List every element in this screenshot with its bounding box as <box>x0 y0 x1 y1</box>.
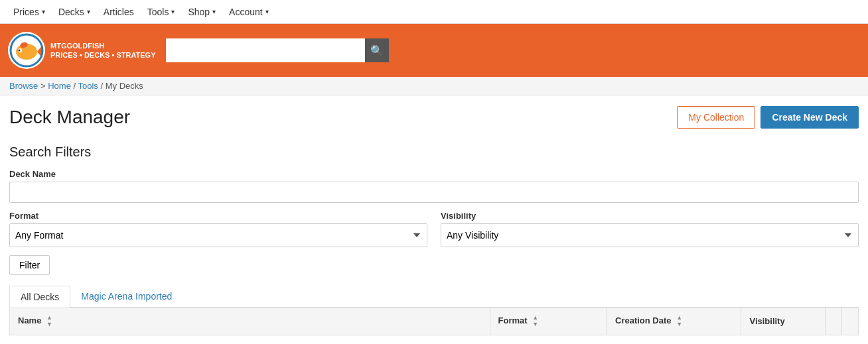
nav-prices[interactable]: Prices ▾ <box>7 0 52 24</box>
nav-account[interactable]: Account ▾ <box>222 0 275 24</box>
deck-name-input[interactable] <box>9 182 859 203</box>
logo-text: MTGGOLDFISH PRICES • DECKS • STRATEGY <box>50 41 155 60</box>
breadcrumb-home[interactable]: Home <box>48 81 71 91</box>
tools-chevron-icon: ▾ <box>171 0 175 24</box>
search-input[interactable] <box>166 38 365 62</box>
table-header-row: Name ▲▼ Format ▲▼ Creation Date ▲▼ <box>10 308 859 335</box>
visibility-label: Visibility <box>441 211 859 221</box>
prices-chevron-icon: ▾ <box>42 0 45 24</box>
th-creation-date[interactable]: Creation Date ▲▼ <box>607 308 741 335</box>
tabs: All Decks Magic Arena Imported <box>9 286 859 308</box>
tab-all-decks[interactable]: All Decks <box>9 286 70 308</box>
format-label: Format <box>9 211 427 221</box>
th-format[interactable]: Format ▲▼ <box>490 308 607 335</box>
th-name[interactable]: Name ▲▼ <box>10 308 490 335</box>
deck-name-label: Deck Name <box>9 169 859 179</box>
top-nav: Prices ▾ Decks ▾ Articles Tools ▾ Shop ▾… <box>0 0 868 24</box>
visibility-col: Visibility Any VisibilityPublicPrivate <box>441 211 859 247</box>
nav-shop[interactable]: Shop ▾ <box>181 0 222 24</box>
svg-point-5 <box>19 50 21 52</box>
account-chevron-icon: ▾ <box>265 0 269 24</box>
tab-magic-arena[interactable]: Magic Arena Imported <box>70 286 182 308</box>
th-action2 <box>842 308 859 335</box>
breadcrumb-tools[interactable]: Tools <box>78 81 98 91</box>
breadcrumb-browse[interactable]: Browse <box>9 81 38 91</box>
name-sort-icon: ▲▼ <box>46 315 52 328</box>
nav-tools[interactable]: Tools ▾ <box>141 0 182 24</box>
deck-name-group: Deck Name <box>9 169 859 203</box>
nav-decks[interactable]: Decks ▾ <box>52 0 97 24</box>
nav-articles[interactable]: Articles <box>97 0 141 24</box>
header-buttons: My Collection Create New Deck <box>677 106 859 129</box>
deck-table: Name ▲▼ Format ▲▼ Creation Date ▲▼ <box>9 308 859 335</box>
filters-row: Format Any FormatStandardPioneerModernLe… <box>9 211 859 247</box>
filter-button[interactable]: Filter <box>9 255 50 275</box>
logo-icon <box>8 32 45 69</box>
header-bar: MTGGOLDFISH PRICES • DECKS • STRATEGY 🔍 <box>0 24 868 77</box>
format-sort-icon: ▲▼ <box>532 315 538 328</box>
search-filters-title: Search Filters <box>9 144 859 160</box>
page-title: Deck Manager <box>9 107 130 128</box>
search-filters-section: Search Filters Deck Name Format Any Form… <box>9 144 859 286</box>
format-col: Format Any FormatStandardPioneerModernLe… <box>9 211 427 247</box>
format-select[interactable]: Any FormatStandardPioneerModernLegacyVin… <box>9 223 427 247</box>
logo-area: MTGGOLDFISH PRICES • DECKS • STRATEGY <box>8 32 155 69</box>
shop-chevron-icon: ▾ <box>212 0 216 24</box>
breadcrumb: Browse > Home / Tools / My Decks <box>0 77 868 95</box>
th-action1 <box>826 308 842 335</box>
th-visibility: Visibility <box>741 308 826 335</box>
search-button[interactable]: 🔍 <box>365 38 389 62</box>
page-header-row: Deck Manager My Collection Create New De… <box>9 106 859 129</box>
creation-sort-icon: ▲▼ <box>676 315 682 328</box>
search-container: 🔍 <box>166 38 389 62</box>
breadcrumb-current: My Decks <box>106 81 143 91</box>
main-content: Deck Manager My Collection Create New De… <box>0 95 868 344</box>
decks-chevron-icon: ▾ <box>87 0 90 24</box>
visibility-select[interactable]: Any VisibilityPublicPrivate <box>441 223 859 247</box>
my-collection-button[interactable]: My Collection <box>677 106 755 129</box>
create-new-deck-button[interactable]: Create New Deck <box>760 106 859 129</box>
